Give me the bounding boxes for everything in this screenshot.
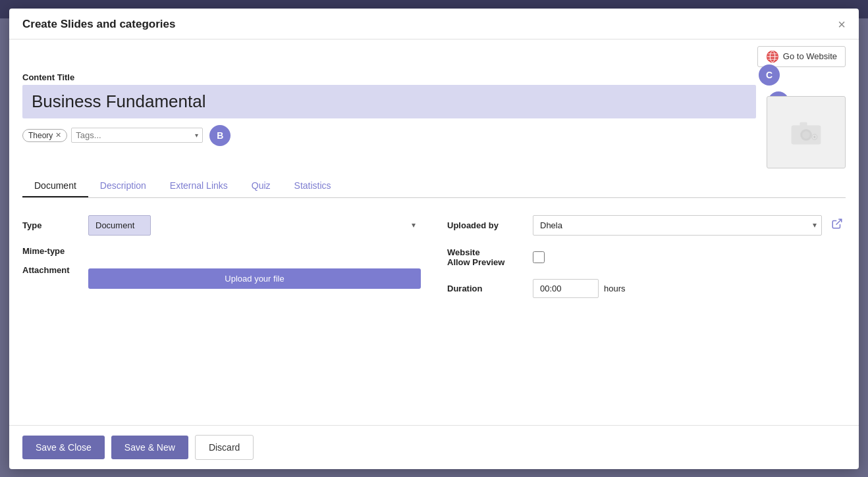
type-select-wrapper: Document Presentation Video Infographic bbox=[88, 215, 421, 236]
go-to-website-button[interactable]: Go to Website bbox=[757, 46, 846, 67]
close-button[interactable]: × bbox=[838, 18, 846, 31]
camera-icon bbox=[790, 119, 823, 145]
allow-preview-checkbox[interactable] bbox=[533, 251, 545, 263]
website-preview-labels: Website Allow Preview bbox=[447, 247, 526, 267]
tabs-row: Document Description External Links Quiz… bbox=[22, 175, 846, 198]
tag-label: Theory bbox=[28, 131, 53, 140]
image-placeholder-container: C bbox=[767, 72, 846, 168]
mime-attachment-row: Mime-type Attachment Upload your file bbox=[22, 246, 421, 289]
website-allow-preview-row: Website Allow Preview bbox=[447, 247, 846, 267]
modal-body: Go to Website Content Title A bbox=[9, 39, 859, 425]
modal-overlay: Create Slides and categories × Go to Web… bbox=[0, 0, 868, 477]
badge-c: C bbox=[759, 64, 780, 86]
external-link-icon bbox=[831, 218, 843, 230]
fields-section: Type Document Presentation Video Infogra… bbox=[22, 209, 846, 323]
badge-b: B bbox=[209, 125, 231, 146]
save-close-button[interactable]: Save & Close bbox=[22, 436, 105, 459]
hours-label: hours bbox=[604, 284, 626, 293]
duration-input-group: hours bbox=[533, 279, 626, 298]
fields-right: Uploaded by Dhela bbox=[447, 215, 846, 310]
modal-header: Create Slides and categories × bbox=[9, 9, 859, 39]
uploaded-by-select[interactable]: Dhela bbox=[533, 215, 822, 236]
svg-line-12 bbox=[836, 219, 842, 224]
uploaded-by-select-wrapper: Dhela bbox=[533, 215, 822, 236]
tab-statistics[interactable]: Statistics bbox=[283, 175, 343, 197]
tab-description[interactable]: Description bbox=[88, 175, 158, 197]
tags-input-container[interactable]: ▾ bbox=[71, 128, 203, 143]
form-area: Content Title A Theory ✕ bbox=[22, 72, 846, 175]
uploaded-by-label: Uploaded by bbox=[447, 220, 526, 230]
duration-input[interactable] bbox=[533, 279, 599, 298]
upload-file-button[interactable]: Upload your file bbox=[88, 268, 421, 289]
tags-dropdown-arrow-icon[interactable]: ▾ bbox=[195, 132, 198, 139]
type-field-row: Type Document Presentation Video Infogra… bbox=[22, 215, 421, 236]
globe-icon bbox=[766, 50, 779, 63]
type-label: Type bbox=[22, 220, 82, 230]
uploaded-by-row: Uploaded by Dhela bbox=[447, 215, 846, 236]
modal-dialog: Create Slides and categories × Go to Web… bbox=[9, 9, 859, 469]
mime-attachment-fields: Upload your file bbox=[88, 246, 421, 289]
tags-area: Theory ✕ ▾ B bbox=[22, 125, 756, 146]
fields-left: Type Document Presentation Video Infogra… bbox=[22, 215, 421, 310]
attachment-label: Attachment bbox=[22, 265, 82, 275]
duration-row: Duration hours bbox=[447, 279, 846, 298]
mime-attachment-labels: Mime-type Attachment bbox=[22, 246, 82, 275]
duration-label: Duration bbox=[447, 284, 526, 293]
tab-external-links[interactable]: External Links bbox=[158, 175, 240, 197]
form-left: Content Title A Theory ✕ bbox=[22, 72, 756, 146]
go-to-website-label: Go to Website bbox=[783, 51, 837, 61]
mime-type-label: Mime-type bbox=[22, 246, 82, 256]
tags-input[interactable] bbox=[76, 130, 186, 140]
external-link-button[interactable] bbox=[828, 218, 846, 233]
allow-preview-label: Allow Preview bbox=[447, 257, 526, 267]
content-title-label: Content Title bbox=[22, 72, 756, 82]
svg-rect-8 bbox=[800, 122, 807, 126]
tab-quiz[interactable]: Quiz bbox=[240, 175, 283, 197]
svg-point-7 bbox=[802, 131, 809, 138]
tag-remove-icon[interactable]: ✕ bbox=[55, 131, 61, 139]
top-actions-bar: Go to Website bbox=[22, 39, 846, 72]
save-new-button[interactable]: Save & New bbox=[111, 436, 188, 459]
discard-button[interactable]: Discard bbox=[195, 435, 254, 460]
type-select[interactable]: Document Presentation Video Infographic bbox=[88, 215, 151, 236]
tab-document[interactable]: Document bbox=[22, 175, 88, 197]
website-label: Website bbox=[447, 247, 526, 257]
modal-footer: Save & Close Save & New Discard bbox=[9, 425, 859, 469]
theory-tag[interactable]: Theory ✕ bbox=[22, 129, 67, 142]
modal-title: Create Slides and categories bbox=[22, 18, 175, 31]
image-upload-area[interactable] bbox=[767, 96, 846, 168]
content-title-input[interactable] bbox=[22, 85, 756, 118]
